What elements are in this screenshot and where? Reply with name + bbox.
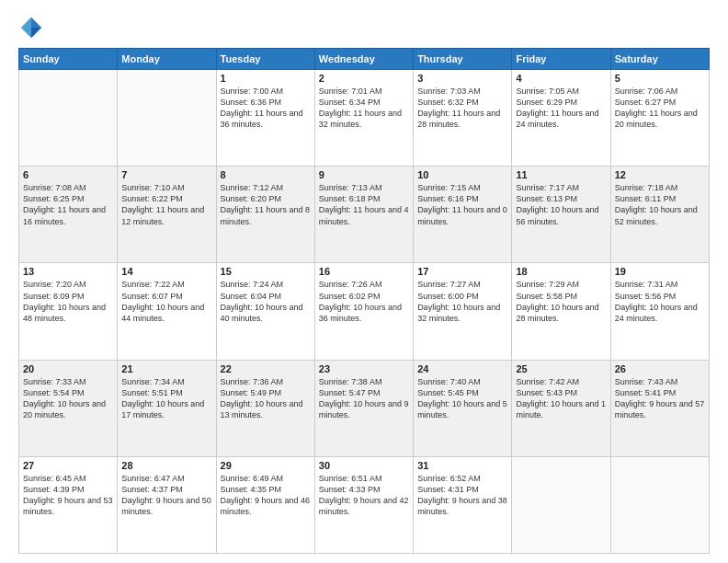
calendar-cell: 3Sunrise: 7:03 AM Sunset: 6:32 PM Daylig…	[414, 70, 512, 167]
cell-info: Sunrise: 7:05 AM Sunset: 6:29 PM Dayligh…	[516, 86, 606, 131]
calendar-cell: 1Sunrise: 7:00 AM Sunset: 6:36 PM Daylig…	[216, 70, 314, 167]
page: SundayMondayTuesdayWednesdayThursdayFrid…	[0, 0, 728, 563]
calendar-header-row: SundayMondayTuesdayWednesdayThursdayFrid…	[19, 49, 710, 70]
cell-info: Sunrise: 7:36 AM Sunset: 5:49 PM Dayligh…	[221, 376, 311, 421]
day-number: 20	[23, 363, 113, 374]
cell-info: Sunrise: 7:06 AM Sunset: 6:27 PM Dayligh…	[615, 86, 705, 131]
day-number: 11	[516, 169, 606, 180]
calendar-cell: 28Sunrise: 6:47 AM Sunset: 4:37 PM Dayli…	[118, 456, 216, 553]
cell-info: Sunrise: 7:10 AM Sunset: 6:22 PM Dayligh…	[121, 182, 211, 227]
cell-info: Sunrise: 7:42 AM Sunset: 5:43 PM Dayligh…	[516, 376, 606, 421]
cell-info: Sunrise: 7:15 AM Sunset: 6:16 PM Dayligh…	[417, 182, 507, 227]
cell-info: Sunrise: 7:27 AM Sunset: 6:00 PM Dayligh…	[417, 279, 507, 324]
cell-info: Sunrise: 7:17 AM Sunset: 6:13 PM Dayligh…	[516, 182, 606, 227]
cell-info: Sunrise: 7:31 AM Sunset: 5:56 PM Dayligh…	[615, 279, 705, 324]
day-number: 17	[417, 266, 507, 277]
day-number: 5	[615, 73, 705, 84]
cell-info: Sunrise: 7:12 AM Sunset: 6:20 PM Dayligh…	[221, 182, 311, 227]
day-number: 25	[516, 363, 606, 374]
calendar-cell: 9Sunrise: 7:13 AM Sunset: 6:18 PM Daylig…	[314, 167, 413, 263]
cell-info: Sunrise: 7:29 AM Sunset: 5:58 PM Dayligh…	[516, 279, 606, 324]
calendar-cell: 6Sunrise: 7:08 AM Sunset: 6:25 PM Daylig…	[19, 167, 118, 263]
day-header-monday: Monday	[118, 49, 216, 70]
day-number: 19	[615, 266, 705, 277]
day-number: 21	[121, 363, 211, 374]
calendar-cell: 27Sunrise: 6:45 AM Sunset: 4:39 PM Dayli…	[19, 456, 118, 553]
cell-info: Sunrise: 7:22 AM Sunset: 6:07 PM Dayligh…	[121, 279, 211, 324]
day-header-sunday: Sunday	[19, 49, 118, 70]
cell-info: Sunrise: 7:34 AM Sunset: 5:51 PM Dayligh…	[121, 376, 211, 421]
cell-info: Sunrise: 7:38 AM Sunset: 5:47 PM Dayligh…	[319, 376, 409, 421]
calendar-cell: 15Sunrise: 7:24 AM Sunset: 6:04 PM Dayli…	[216, 263, 314, 360]
day-number: 10	[417, 169, 507, 180]
day-number: 9	[319, 169, 409, 180]
calendar-cell: 17Sunrise: 7:27 AM Sunset: 6:00 PM Dayli…	[414, 263, 512, 360]
calendar-cell: 22Sunrise: 7:36 AM Sunset: 5:49 PM Dayli…	[216, 360, 314, 456]
day-number: 14	[121, 266, 211, 277]
day-number: 22	[221, 363, 311, 374]
day-number: 12	[615, 169, 705, 180]
calendar-cell: 12Sunrise: 7:18 AM Sunset: 6:11 PM Dayli…	[610, 167, 709, 263]
cell-info: Sunrise: 7:20 AM Sunset: 6:09 PM Dayligh…	[23, 279, 113, 324]
day-number: 13	[23, 266, 113, 277]
logo	[18, 15, 48, 40]
calendar-cell	[610, 456, 709, 553]
calendar-week-2: 6Sunrise: 7:08 AM Sunset: 6:25 PM Daylig…	[19, 167, 710, 263]
day-number: 29	[221, 460, 311, 471]
svg-marker-2	[21, 17, 31, 38]
calendar-cell: 14Sunrise: 7:22 AM Sunset: 6:07 PM Dayli…	[118, 263, 216, 360]
calendar-cell: 2Sunrise: 7:01 AM Sunset: 6:34 PM Daylig…	[314, 70, 413, 167]
calendar-cell: 19Sunrise: 7:31 AM Sunset: 5:56 PM Dayli…	[610, 263, 709, 360]
calendar-cell: 31Sunrise: 6:52 AM Sunset: 4:31 PM Dayli…	[414, 456, 512, 553]
calendar-cell: 13Sunrise: 7:20 AM Sunset: 6:09 PM Dayli…	[19, 263, 118, 360]
calendar-table: SundayMondayTuesdayWednesdayThursdayFrid…	[18, 48, 710, 554]
svg-marker-0	[31, 17, 41, 28]
calendar-week-1: 1Sunrise: 7:00 AM Sunset: 6:36 PM Daylig…	[19, 70, 710, 167]
day-number: 15	[221, 266, 311, 277]
day-header-thursday: Thursday	[414, 49, 512, 70]
calendar-cell: 26Sunrise: 7:43 AM Sunset: 5:41 PM Dayli…	[610, 360, 709, 456]
day-number: 8	[221, 169, 311, 180]
svg-marker-1	[31, 28, 41, 38]
day-number: 6	[23, 169, 113, 180]
calendar-cell	[19, 70, 118, 167]
calendar-cell: 23Sunrise: 7:38 AM Sunset: 5:47 PM Dayli…	[314, 360, 413, 456]
calendar-cell: 21Sunrise: 7:34 AM Sunset: 5:51 PM Dayli…	[118, 360, 216, 456]
calendar-cell: 16Sunrise: 7:26 AM Sunset: 6:02 PM Dayli…	[314, 263, 413, 360]
cell-info: Sunrise: 7:43 AM Sunset: 5:41 PM Dayligh…	[615, 376, 705, 421]
header	[18, 15, 710, 40]
day-number: 31	[417, 460, 507, 471]
day-number: 1	[221, 73, 311, 84]
calendar-cell: 10Sunrise: 7:15 AM Sunset: 6:16 PM Dayli…	[414, 167, 512, 263]
calendar-cell: 25Sunrise: 7:42 AM Sunset: 5:43 PM Dayli…	[512, 360, 610, 456]
calendar-cell: 20Sunrise: 7:33 AM Sunset: 5:54 PM Dayli…	[19, 360, 118, 456]
cell-info: Sunrise: 7:00 AM Sunset: 6:36 PM Dayligh…	[221, 86, 311, 131]
day-number: 3	[417, 73, 507, 84]
calendar-cell: 29Sunrise: 6:49 AM Sunset: 4:35 PM Dayli…	[216, 456, 314, 553]
cell-info: Sunrise: 6:51 AM Sunset: 4:33 PM Dayligh…	[319, 473, 409, 518]
calendar-cell: 4Sunrise: 7:05 AM Sunset: 6:29 PM Daylig…	[512, 70, 610, 167]
cell-info: Sunrise: 7:08 AM Sunset: 6:25 PM Dayligh…	[23, 182, 113, 227]
cell-info: Sunrise: 6:52 AM Sunset: 4:31 PM Dayligh…	[417, 473, 507, 518]
day-number: 26	[615, 363, 705, 374]
cell-info: Sunrise: 7:01 AM Sunset: 6:34 PM Dayligh…	[319, 86, 409, 131]
calendar-week-5: 27Sunrise: 6:45 AM Sunset: 4:39 PM Dayli…	[19, 456, 710, 553]
cell-info: Sunrise: 7:26 AM Sunset: 6:02 PM Dayligh…	[319, 279, 409, 324]
calendar-cell: 18Sunrise: 7:29 AM Sunset: 5:58 PM Dayli…	[512, 263, 610, 360]
day-header-wednesday: Wednesday	[314, 49, 413, 70]
day-header-friday: Friday	[512, 49, 610, 70]
logo-icon	[18, 15, 44, 40]
calendar-cell: 5Sunrise: 7:06 AM Sunset: 6:27 PM Daylig…	[610, 70, 709, 167]
day-number: 7	[121, 169, 211, 180]
cell-info: Sunrise: 6:45 AM Sunset: 4:39 PM Dayligh…	[23, 473, 113, 518]
calendar-week-4: 20Sunrise: 7:33 AM Sunset: 5:54 PM Dayli…	[19, 360, 710, 456]
calendar-cell: 8Sunrise: 7:12 AM Sunset: 6:20 PM Daylig…	[216, 167, 314, 263]
cell-info: Sunrise: 7:24 AM Sunset: 6:04 PM Dayligh…	[221, 279, 311, 324]
cell-info: Sunrise: 7:40 AM Sunset: 5:45 PM Dayligh…	[417, 376, 507, 421]
day-number: 28	[121, 460, 211, 471]
calendar-cell: 30Sunrise: 6:51 AM Sunset: 4:33 PM Dayli…	[314, 456, 413, 553]
calendar-cell	[118, 70, 216, 167]
calendar-week-3: 13Sunrise: 7:20 AM Sunset: 6:09 PM Dayli…	[19, 263, 710, 360]
calendar-cell: 11Sunrise: 7:17 AM Sunset: 6:13 PM Dayli…	[512, 167, 610, 263]
cell-info: Sunrise: 7:18 AM Sunset: 6:11 PM Dayligh…	[615, 182, 705, 227]
